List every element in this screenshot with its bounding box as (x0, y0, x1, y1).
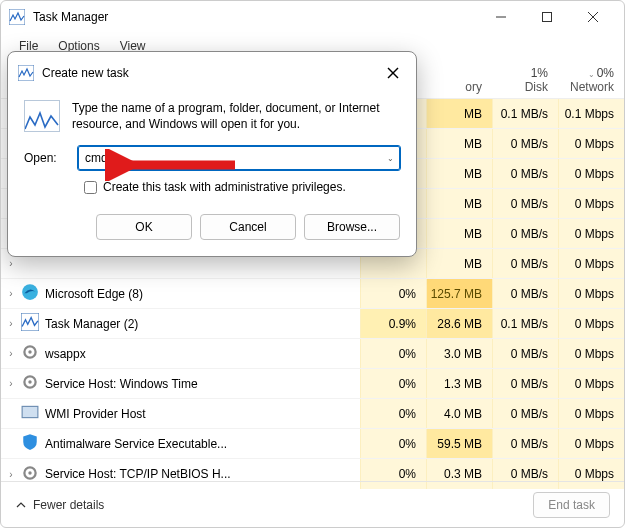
process-icon (21, 403, 39, 424)
col-disk[interactable]: 1%Disk (492, 66, 558, 94)
net-cell: 0 Mbps (558, 279, 624, 308)
disk-cell: 0 MB/s (492, 249, 558, 278)
admin-checkbox[interactable] (84, 181, 97, 194)
expand-icon[interactable]: › (1, 348, 21, 359)
browse-button[interactable]: Browse... (304, 214, 400, 240)
cpu-cell: 0% (360, 279, 426, 308)
close-icon (387, 67, 399, 79)
net-cell: 0 Mbps (558, 159, 624, 188)
svg-point-5 (22, 284, 38, 300)
mem-cell: MB (426, 99, 492, 128)
open-combobox[interactable]: ⌄ (78, 146, 400, 170)
dialog-title: Create new task (42, 66, 380, 80)
app-icon (9, 9, 25, 25)
process-name: WMI Provider Host (45, 407, 360, 421)
disk-cell: 0 MB/s (492, 339, 558, 368)
col-network[interactable]: ⌄0%Network (558, 66, 624, 94)
process-name: Service Host: Windows Time (45, 377, 360, 391)
cpu-cell: 0% (360, 399, 426, 428)
table-row[interactable]: ›Microsoft Edge (8)0%125.7 MB0 MB/s0 Mbp… (1, 279, 624, 309)
mem-cell: MB (426, 219, 492, 248)
mem-cell: 3.0 MB (426, 339, 492, 368)
mem-cell: MB (426, 249, 492, 278)
dialog-close-button[interactable] (380, 60, 406, 86)
disk-cell: 0 MB/s (492, 429, 558, 458)
close-button[interactable] (570, 1, 616, 33)
net-cell: 0 Mbps (558, 249, 624, 278)
create-task-dialog: Create new task Type the name of a progr… (7, 51, 417, 257)
table-row[interactable]: WMI Provider Host0%4.0 MB0 MB/s0 Mbps (1, 399, 624, 429)
mem-cell: 1.3 MB (426, 369, 492, 398)
mem-cell: MB (426, 129, 492, 158)
disk-cell: 0.1 MB/s (492, 99, 558, 128)
expand-icon[interactable]: › (1, 378, 21, 389)
disk-cell: 0 MB/s (492, 189, 558, 218)
cpu-cell: 0.9% (360, 309, 426, 338)
open-input[interactable] (78, 146, 400, 170)
process-icon (21, 433, 39, 454)
cancel-button[interactable]: Cancel (200, 214, 296, 240)
expand-icon[interactable]: › (1, 318, 21, 329)
open-label: Open: (24, 151, 68, 165)
net-cell: 0 Mbps (558, 309, 624, 338)
window-title: Task Manager (33, 10, 478, 24)
titlebar: Task Manager (1, 1, 624, 33)
disk-cell: 0 MB/s (492, 129, 558, 158)
dialog-icon (18, 65, 34, 81)
table-row[interactable]: ›Task Manager (2)0.9%28.6 MB0.1 MB/s0 Mb… (1, 309, 624, 339)
process-icon (21, 373, 39, 394)
fewer-details-button[interactable]: Fewer details (15, 498, 104, 512)
net-cell: 0 Mbps (558, 369, 624, 398)
disk-cell: 0 MB/s (492, 279, 558, 308)
cpu-cell: 0% (360, 339, 426, 368)
disk-cell: 0.1 MB/s (492, 309, 558, 338)
svg-point-10 (28, 380, 31, 383)
process-name: Task Manager (2) (45, 317, 360, 331)
disk-cell: 0 MB/s (492, 219, 558, 248)
cpu-cell: 0% (360, 429, 426, 458)
run-icon (24, 100, 60, 132)
minimize-button[interactable] (478, 1, 524, 33)
process-name: wsappx (45, 347, 360, 361)
svg-rect-11 (22, 406, 38, 417)
mem-cell: MB (426, 159, 492, 188)
admin-label: Create this task with administrative pri… (103, 180, 346, 194)
cpu-cell: 0% (360, 369, 426, 398)
table-row[interactable]: ›wsappx0%3.0 MB0 MB/s0 Mbps (1, 339, 624, 369)
expand-icon[interactable]: › (1, 469, 21, 480)
col-memory[interactable]: %ory (426, 66, 492, 94)
process-name: Service Host: TCP/IP NetBIOS H... (45, 467, 360, 481)
disk-cell: 0 MB/s (492, 159, 558, 188)
net-cell: 0 Mbps (558, 399, 624, 428)
disk-cell: 0 MB/s (492, 399, 558, 428)
process-icon (21, 283, 39, 304)
mem-cell: 4.0 MB (426, 399, 492, 428)
net-cell: 0 Mbps (558, 219, 624, 248)
dialog-description: Type the name of a program, folder, docu… (72, 100, 400, 132)
process-name: Antimalware Service Executable... (45, 437, 360, 451)
maximize-button[interactable] (524, 1, 570, 33)
net-cell: 0.1 Mbps (558, 99, 624, 128)
net-cell: 0 Mbps (558, 429, 624, 458)
table-row[interactable]: Antimalware Service Executable...0%59.5 … (1, 429, 624, 459)
expand-icon[interactable]: › (1, 288, 21, 299)
mem-cell: 59.5 MB (426, 429, 492, 458)
mem-cell: MB (426, 189, 492, 218)
ok-button[interactable]: OK (96, 214, 192, 240)
process-icon (21, 313, 39, 334)
net-cell: 0 Mbps (558, 339, 624, 368)
net-cell: 0 Mbps (558, 129, 624, 158)
expand-icon[interactable]: › (1, 258, 21, 269)
table-row[interactable]: ›Service Host: Windows Time0%1.3 MB0 MB/… (1, 369, 624, 399)
svg-point-8 (28, 350, 31, 353)
svg-rect-2 (543, 13, 552, 22)
mem-cell: 125.7 MB (426, 279, 492, 308)
end-task-button[interactable]: End task (533, 492, 610, 518)
disk-cell: 0 MB/s (492, 369, 558, 398)
net-cell: 0 Mbps (558, 189, 624, 218)
process-icon (21, 343, 39, 364)
process-name: Microsoft Edge (8) (45, 287, 360, 301)
svg-point-13 (28, 471, 31, 474)
footer: Fewer details End task (1, 481, 624, 527)
mem-cell: 28.6 MB (426, 309, 492, 338)
